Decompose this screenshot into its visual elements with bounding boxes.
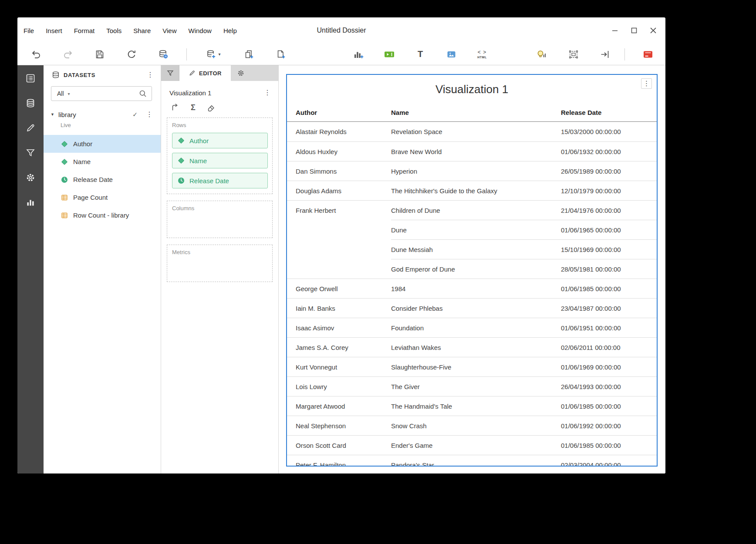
rail-datasets-button[interactable] <box>23 95 38 111</box>
dataset-field-page-count[interactable]: Page Count <box>44 188 161 206</box>
save-button[interactable] <box>91 46 108 63</box>
date-cell[interactable]: 01/06/1985 00:00:00 <box>561 396 657 416</box>
duplicate-page-button[interactable] <box>240 46 258 63</box>
date-cell[interactable]: 01/06/1985 00:00:00 <box>561 435 657 455</box>
add-page-button[interactable] <box>272 46 290 63</box>
visualization-container[interactable]: ⋮ Visualization 1 AuthorNameRelease Date… <box>286 74 658 467</box>
author-cell[interactable]: Alastair Reynolds <box>287 122 391 141</box>
undo-button[interactable] <box>27 46 45 63</box>
author-cell[interactable]: Neal Stephenson <box>287 416 391 435</box>
date-cell[interactable]: 01/06/1985 00:00:00 <box>561 279 657 298</box>
dataset-menu-button[interactable]: ⋮ <box>145 111 154 118</box>
name-cell[interactable]: The Handmaid's Tale <box>391 396 561 416</box>
name-cell[interactable]: Foundation <box>391 318 561 337</box>
pivot-button[interactable] <box>170 103 180 112</box>
grid-row-11[interactable]: Isaac AsimovFoundation01/06/1951 00:00:0… <box>287 318 657 337</box>
name-cell[interactable]: The Giver <box>391 376 561 396</box>
column-header-author[interactable]: Author <box>287 104 391 121</box>
author-cell[interactable]: Lois Lowry <box>287 376 391 396</box>
date-cell[interactable]: 15/03/2000 00:00:00 <box>561 122 657 141</box>
date-cell[interactable]: 12/10/1979 00:00:00 <box>561 181 657 200</box>
menu-file[interactable]: File <box>24 27 34 34</box>
date-cell[interactable]: 23/04/1987 00:00:00 <box>561 298 657 318</box>
grid-row-13[interactable]: Kurt VonnegutSlaughterhouse-Five01/06/19… <box>287 357 657 376</box>
rows-chip-name[interactable]: Name <box>172 153 268 168</box>
grid-row-12[interactable]: James S.A. CoreyLeviathan Wakes02/06/201… <box>287 337 657 357</box>
author-cell[interactable] <box>287 259 391 279</box>
menu-window[interactable]: Window <box>189 27 212 34</box>
dataset-row-library[interactable]: ▼ library ✓ ⋮ <box>44 107 161 122</box>
date-cell[interactable]: 01/06/1965 00:00:00 <box>561 220 657 239</box>
menu-view[interactable]: View <box>162 27 176 34</box>
refresh-button[interactable] <box>123 46 140 63</box>
name-cell[interactable]: Brave New World <box>391 141 561 161</box>
grid-row-9[interactable]: George Orwell198401/06/1985 00:00:00 <box>287 279 657 298</box>
grid-row-18[interactable]: Peter F. HamiltonPandora's Star02/03/200… <box>287 455 657 467</box>
add-data-chevron-icon[interactable]: ▾ <box>218 52 220 57</box>
grid-row-7[interactable]: Dune Messiah15/10/1969 00:00:00 <box>287 239 657 259</box>
rail-format-button[interactable] <box>23 120 38 136</box>
name-cell[interactable]: Dune <box>391 220 561 239</box>
name-cell[interactable]: 1984 <box>391 279 561 298</box>
column-header-name[interactable]: Name <box>391 104 561 121</box>
menu-insert[interactable]: Insert <box>46 27 62 34</box>
insert-text-button[interactable]: T <box>412 46 429 63</box>
insert-filter-button[interactable] <box>381 46 398 63</box>
name-cell[interactable]: Slaughterhouse-Five <box>391 357 561 376</box>
author-cell[interactable]: George Orwell <box>287 279 391 298</box>
dataset-status-button[interactable] <box>155 46 172 63</box>
tab-editor[interactable]: EDITOR <box>179 65 231 81</box>
name-cell[interactable]: Children of Dune <box>391 200 561 220</box>
tab-properties[interactable] <box>231 65 251 81</box>
date-cell[interactable]: 01/06/1932 00:00:00 <box>561 141 657 161</box>
name-cell[interactable]: God Emperor of Dune <box>391 259 561 279</box>
author-cell[interactable]: Iain M. Banks <box>287 298 391 318</box>
redo-button[interactable] <box>59 46 77 63</box>
menu-help[interactable]: Help <box>223 27 237 34</box>
rows-chip-release-date[interactable]: Release Date <box>172 173 268 188</box>
layout-button[interactable] <box>565 46 582 63</box>
date-cell[interactable]: 26/05/1989 00:00:00 <box>561 161 657 181</box>
dataset-search-box[interactable]: All ▾ <box>51 86 152 101</box>
author-cell[interactable]: Douglas Adams <box>287 181 391 200</box>
maximize-button[interactable] <box>624 21 644 40</box>
metrics-drop-zone[interactable]: Metrics <box>167 245 273 282</box>
dataset-field-release-date[interactable]: Release Date <box>44 171 161 188</box>
rail-filter-button[interactable] <box>23 145 38 161</box>
dataset-filter-selected[interactable]: All <box>57 90 64 97</box>
author-cell[interactable]: Dan Simmons <box>287 161 391 181</box>
present-button[interactable] <box>639 46 657 63</box>
grid-row-4[interactable]: Douglas AdamsThe Hitchhiker's Guide to t… <box>287 181 657 200</box>
sigma-button[interactable]: Σ <box>191 104 196 111</box>
grid-row-3[interactable]: Dan SimmonsHyperion26/05/1989 00:00:00 <box>287 161 657 181</box>
rail-contents-button[interactable] <box>23 71 38 86</box>
name-cell[interactable]: The Hitchhiker's Guide to the Galaxy <box>391 181 561 200</box>
editor-visualization-menu-button[interactable]: ⋮ <box>263 89 272 96</box>
author-cell[interactable] <box>287 239 391 259</box>
name-cell[interactable]: Dune Messiah <box>391 239 561 259</box>
eraser-button[interactable] <box>206 103 216 112</box>
date-cell[interactable]: 28/05/1981 00:00:00 <box>561 259 657 279</box>
author-cell[interactable]: Margaret Atwood <box>287 396 391 416</box>
date-cell[interactable]: 02/06/2011 00:00:00 <box>561 337 657 357</box>
name-cell[interactable]: Consider Phlebas <box>391 298 561 318</box>
author-cell[interactable]: Aldous Huxley <box>287 141 391 161</box>
date-cell[interactable]: 01/06/1992 00:00:00 <box>561 416 657 435</box>
insights-button[interactable] <box>533 46 550 63</box>
date-cell[interactable]: 01/06/1951 00:00:00 <box>561 318 657 337</box>
visualization-menu-button[interactable]: ⋮ <box>641 78 652 89</box>
dataset-field-author[interactable]: Author <box>44 135 161 153</box>
name-cell[interactable]: Ender's Game <box>391 435 561 455</box>
author-cell[interactable]: Peter F. Hamilton <box>287 455 391 467</box>
grid-row-5[interactable]: Frank HerbertChildren of Dune21/04/1976 … <box>287 200 657 220</box>
name-cell[interactable]: Hyperion <box>391 161 561 181</box>
grid-row-14[interactable]: Lois LowryThe Giver26/04/1993 00:00:00 <box>287 376 657 396</box>
columns-drop-zone[interactable]: Columns <box>167 201 273 238</box>
close-button[interactable] <box>644 21 663 40</box>
grid-row-16[interactable]: Neal StephensonSnow Crash01/06/1992 00:0… <box>287 416 657 435</box>
insert-image-button[interactable] <box>442 46 460 63</box>
insert-html-button[interactable]: < > HTML <box>473 46 491 63</box>
add-data-button[interactable]: ▾ <box>201 46 226 63</box>
minimize-button[interactable] <box>605 21 624 40</box>
grid-row-2[interactable]: Aldous HuxleyBrave New World01/06/1932 0… <box>287 141 657 161</box>
